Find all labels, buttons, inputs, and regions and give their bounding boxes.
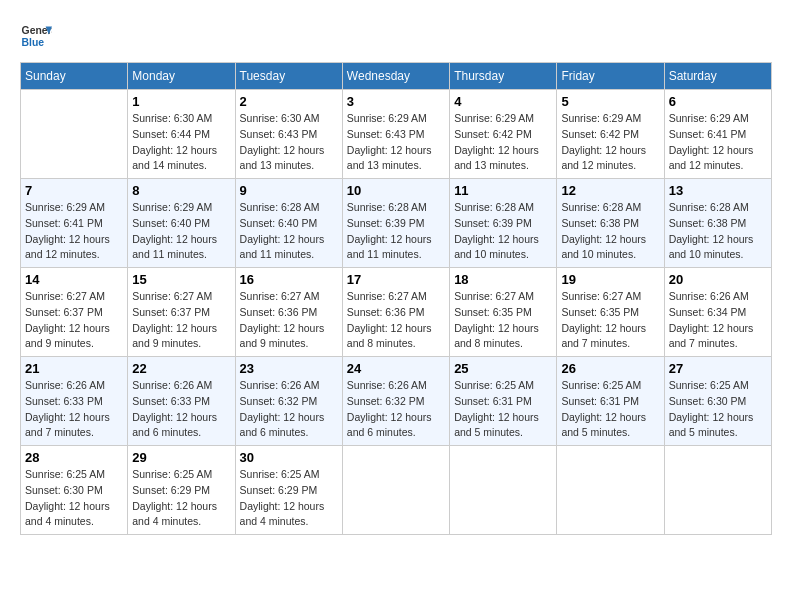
calendar-cell: 24Sunrise: 6:26 AM Sunset: 6:32 PM Dayli…	[342, 357, 449, 446]
calendar-cell: 11Sunrise: 6:28 AM Sunset: 6:39 PM Dayli…	[450, 179, 557, 268]
day-number: 9	[240, 183, 338, 198]
day-number: 13	[669, 183, 767, 198]
day-info: Sunrise: 6:25 AM Sunset: 6:31 PM Dayligh…	[454, 378, 552, 441]
calendar-cell: 17Sunrise: 6:27 AM Sunset: 6:36 PM Dayli…	[342, 268, 449, 357]
calendar-cell: 30Sunrise: 6:25 AM Sunset: 6:29 PM Dayli…	[235, 446, 342, 535]
day-info: Sunrise: 6:27 AM Sunset: 6:36 PM Dayligh…	[240, 289, 338, 352]
day-number: 2	[240, 94, 338, 109]
calendar-cell: 1Sunrise: 6:30 AM Sunset: 6:44 PM Daylig…	[128, 90, 235, 179]
day-info: Sunrise: 6:29 AM Sunset: 6:43 PM Dayligh…	[347, 111, 445, 174]
calendar-cell: 3Sunrise: 6:29 AM Sunset: 6:43 PM Daylig…	[342, 90, 449, 179]
day-info: Sunrise: 6:29 AM Sunset: 6:41 PM Dayligh…	[25, 200, 123, 263]
day-number: 12	[561, 183, 659, 198]
day-number: 6	[669, 94, 767, 109]
day-info: Sunrise: 6:29 AM Sunset: 6:40 PM Dayligh…	[132, 200, 230, 263]
calendar-header: SundayMondayTuesdayWednesdayThursdayFrid…	[21, 63, 772, 90]
weekday-row: SundayMondayTuesdayWednesdayThursdayFrid…	[21, 63, 772, 90]
calendar-cell: 27Sunrise: 6:25 AM Sunset: 6:30 PM Dayli…	[664, 357, 771, 446]
logo-icon: General Blue	[20, 20, 52, 52]
day-number: 4	[454, 94, 552, 109]
day-number: 8	[132, 183, 230, 198]
calendar-week-row: 28Sunrise: 6:25 AM Sunset: 6:30 PM Dayli…	[21, 446, 772, 535]
calendar-cell: 4Sunrise: 6:29 AM Sunset: 6:42 PM Daylig…	[450, 90, 557, 179]
day-number: 21	[25, 361, 123, 376]
day-info: Sunrise: 6:26 AM Sunset: 6:32 PM Dayligh…	[240, 378, 338, 441]
day-info: Sunrise: 6:28 AM Sunset: 6:39 PM Dayligh…	[454, 200, 552, 263]
calendar-week-row: 14Sunrise: 6:27 AM Sunset: 6:37 PM Dayli…	[21, 268, 772, 357]
day-number: 27	[669, 361, 767, 376]
calendar-week-row: 21Sunrise: 6:26 AM Sunset: 6:33 PM Dayli…	[21, 357, 772, 446]
day-number: 26	[561, 361, 659, 376]
day-number: 17	[347, 272, 445, 287]
calendar-cell	[21, 90, 128, 179]
svg-text:Blue: Blue	[22, 37, 45, 48]
day-number: 29	[132, 450, 230, 465]
weekday-header: Sunday	[21, 63, 128, 90]
day-number: 19	[561, 272, 659, 287]
calendar-cell: 13Sunrise: 6:28 AM Sunset: 6:38 PM Dayli…	[664, 179, 771, 268]
calendar-cell: 9Sunrise: 6:28 AM Sunset: 6:40 PM Daylig…	[235, 179, 342, 268]
day-number: 14	[25, 272, 123, 287]
calendar-cell	[342, 446, 449, 535]
calendar-cell: 29Sunrise: 6:25 AM Sunset: 6:29 PM Dayli…	[128, 446, 235, 535]
day-info: Sunrise: 6:27 AM Sunset: 6:37 PM Dayligh…	[132, 289, 230, 352]
calendar-cell: 16Sunrise: 6:27 AM Sunset: 6:36 PM Dayli…	[235, 268, 342, 357]
weekday-header: Tuesday	[235, 63, 342, 90]
calendar-cell: 7Sunrise: 6:29 AM Sunset: 6:41 PM Daylig…	[21, 179, 128, 268]
calendar-body: 1Sunrise: 6:30 AM Sunset: 6:44 PM Daylig…	[21, 90, 772, 535]
day-info: Sunrise: 6:25 AM Sunset: 6:30 PM Dayligh…	[669, 378, 767, 441]
day-number: 25	[454, 361, 552, 376]
day-number: 1	[132, 94, 230, 109]
day-number: 22	[132, 361, 230, 376]
day-number: 11	[454, 183, 552, 198]
day-number: 18	[454, 272, 552, 287]
weekday-header: Thursday	[450, 63, 557, 90]
calendar-cell: 15Sunrise: 6:27 AM Sunset: 6:37 PM Dayli…	[128, 268, 235, 357]
day-info: Sunrise: 6:26 AM Sunset: 6:32 PM Dayligh…	[347, 378, 445, 441]
weekday-header: Wednesday	[342, 63, 449, 90]
calendar-cell: 14Sunrise: 6:27 AM Sunset: 6:37 PM Dayli…	[21, 268, 128, 357]
day-number: 3	[347, 94, 445, 109]
calendar-cell: 25Sunrise: 6:25 AM Sunset: 6:31 PM Dayli…	[450, 357, 557, 446]
day-number: 24	[347, 361, 445, 376]
day-info: Sunrise: 6:27 AM Sunset: 6:35 PM Dayligh…	[454, 289, 552, 352]
day-info: Sunrise: 6:29 AM Sunset: 6:41 PM Dayligh…	[669, 111, 767, 174]
day-info: Sunrise: 6:27 AM Sunset: 6:36 PM Dayligh…	[347, 289, 445, 352]
day-info: Sunrise: 6:29 AM Sunset: 6:42 PM Dayligh…	[561, 111, 659, 174]
calendar-cell: 26Sunrise: 6:25 AM Sunset: 6:31 PM Dayli…	[557, 357, 664, 446]
day-info: Sunrise: 6:25 AM Sunset: 6:29 PM Dayligh…	[240, 467, 338, 530]
calendar-cell: 5Sunrise: 6:29 AM Sunset: 6:42 PM Daylig…	[557, 90, 664, 179]
day-info: Sunrise: 6:28 AM Sunset: 6:39 PM Dayligh…	[347, 200, 445, 263]
calendar-cell: 20Sunrise: 6:26 AM Sunset: 6:34 PM Dayli…	[664, 268, 771, 357]
calendar-cell: 2Sunrise: 6:30 AM Sunset: 6:43 PM Daylig…	[235, 90, 342, 179]
calendar-cell: 10Sunrise: 6:28 AM Sunset: 6:39 PM Dayli…	[342, 179, 449, 268]
calendar-cell: 6Sunrise: 6:29 AM Sunset: 6:41 PM Daylig…	[664, 90, 771, 179]
logo: General Blue	[20, 20, 52, 52]
calendar-cell: 18Sunrise: 6:27 AM Sunset: 6:35 PM Dayli…	[450, 268, 557, 357]
day-info: Sunrise: 6:28 AM Sunset: 6:38 PM Dayligh…	[561, 200, 659, 263]
day-number: 30	[240, 450, 338, 465]
weekday-header: Friday	[557, 63, 664, 90]
day-info: Sunrise: 6:25 AM Sunset: 6:29 PM Dayligh…	[132, 467, 230, 530]
day-info: Sunrise: 6:27 AM Sunset: 6:37 PM Dayligh…	[25, 289, 123, 352]
calendar-cell: 8Sunrise: 6:29 AM Sunset: 6:40 PM Daylig…	[128, 179, 235, 268]
day-number: 15	[132, 272, 230, 287]
day-info: Sunrise: 6:30 AM Sunset: 6:44 PM Dayligh…	[132, 111, 230, 174]
calendar-cell: 23Sunrise: 6:26 AM Sunset: 6:32 PM Dayli…	[235, 357, 342, 446]
day-info: Sunrise: 6:26 AM Sunset: 6:34 PM Dayligh…	[669, 289, 767, 352]
day-info: Sunrise: 6:28 AM Sunset: 6:38 PM Dayligh…	[669, 200, 767, 263]
calendar-table: SundayMondayTuesdayWednesdayThursdayFrid…	[20, 62, 772, 535]
day-info: Sunrise: 6:25 AM Sunset: 6:31 PM Dayligh…	[561, 378, 659, 441]
day-number: 5	[561, 94, 659, 109]
day-info: Sunrise: 6:26 AM Sunset: 6:33 PM Dayligh…	[25, 378, 123, 441]
page-header: General Blue	[20, 20, 772, 52]
day-info: Sunrise: 6:29 AM Sunset: 6:42 PM Dayligh…	[454, 111, 552, 174]
calendar-cell: 21Sunrise: 6:26 AM Sunset: 6:33 PM Dayli…	[21, 357, 128, 446]
day-number: 28	[25, 450, 123, 465]
day-number: 23	[240, 361, 338, 376]
day-info: Sunrise: 6:28 AM Sunset: 6:40 PM Dayligh…	[240, 200, 338, 263]
calendar-cell	[450, 446, 557, 535]
day-number: 20	[669, 272, 767, 287]
day-info: Sunrise: 6:30 AM Sunset: 6:43 PM Dayligh…	[240, 111, 338, 174]
day-info: Sunrise: 6:27 AM Sunset: 6:35 PM Dayligh…	[561, 289, 659, 352]
